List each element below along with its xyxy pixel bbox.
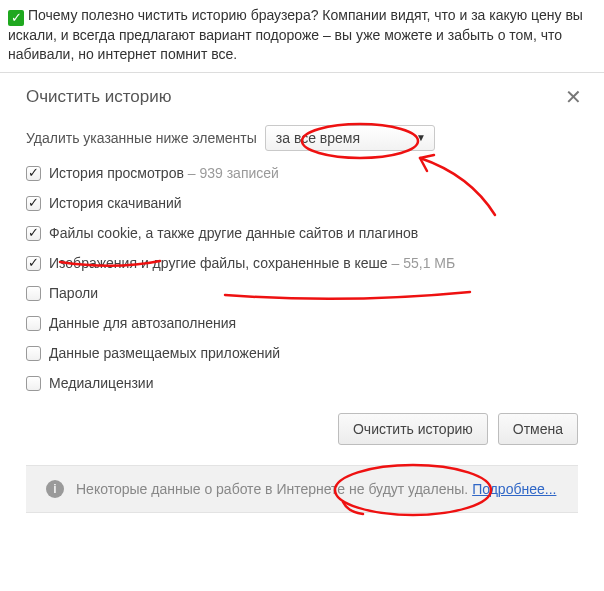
option-label: Файлы cookie, а также другие данные сайт…	[49, 225, 418, 241]
checkbox[interactable]	[26, 316, 41, 331]
option-label: Данные для автозаполнения	[49, 315, 236, 331]
option-label: Пароли	[49, 285, 98, 301]
footer-text: Некоторые данные о работе в Интернете не…	[76, 481, 468, 497]
time-range-select[interactable]: за все время ▼	[265, 125, 435, 151]
check-icon: ✓	[8, 10, 24, 26]
option-label: Данные размещаемых приложений	[49, 345, 280, 361]
option-row: Данные для автозаполнения	[26, 315, 578, 331]
dialog-title: Очистить историю	[26, 87, 578, 107]
footer-bar: i Некоторые данные о работе в Интернете …	[26, 465, 578, 513]
option-row: Изображения и другие файлы, сохраненные …	[26, 255, 578, 271]
chevron-down-icon: ▼	[416, 132, 426, 143]
checkbox[interactable]	[26, 196, 41, 211]
option-row: Файлы cookie, а также другие данные сайт…	[26, 225, 578, 241]
option-row: Медиалицензии	[26, 375, 578, 391]
option-suffix: – 939 записей	[184, 165, 279, 181]
option-label: История скачиваний	[49, 195, 182, 211]
option-row: Данные размещаемых приложений	[26, 345, 578, 361]
checkbox[interactable]	[26, 226, 41, 241]
option-label: Медиалицензии	[49, 375, 154, 391]
checkbox[interactable]	[26, 286, 41, 301]
learn-more-link[interactable]: Подробнее...	[472, 481, 556, 497]
cancel-button[interactable]: Отмена	[498, 413, 578, 445]
option-row: Пароли	[26, 285, 578, 301]
option-suffix: – 55,1 МБ	[388, 255, 456, 271]
select-label: Удалить указанные ниже элементы	[26, 130, 257, 146]
tip-text: Почему полезно чистить историю браузера?…	[8, 7, 583, 62]
clear-history-dialog: ✕ Очистить историю Удалить указанные ниж…	[0, 73, 604, 513]
clear-history-button[interactable]: Очистить историю	[338, 413, 488, 445]
option-row: История просмотров – 939 записей	[26, 165, 578, 181]
checkbox[interactable]	[26, 346, 41, 361]
option-label: Изображения и другие файлы, сохраненные …	[49, 255, 388, 271]
info-icon: i	[46, 480, 64, 498]
tip-note: ✓Почему полезно чистить историю браузера…	[0, 0, 604, 73]
checkbox[interactable]	[26, 376, 41, 391]
checkbox[interactable]	[26, 256, 41, 271]
option-label: История просмотров	[49, 165, 184, 181]
checkbox[interactable]	[26, 166, 41, 181]
close-icon[interactable]: ✕	[565, 85, 582, 109]
option-row: История скачиваний	[26, 195, 578, 211]
select-value: за все время	[276, 130, 360, 146]
